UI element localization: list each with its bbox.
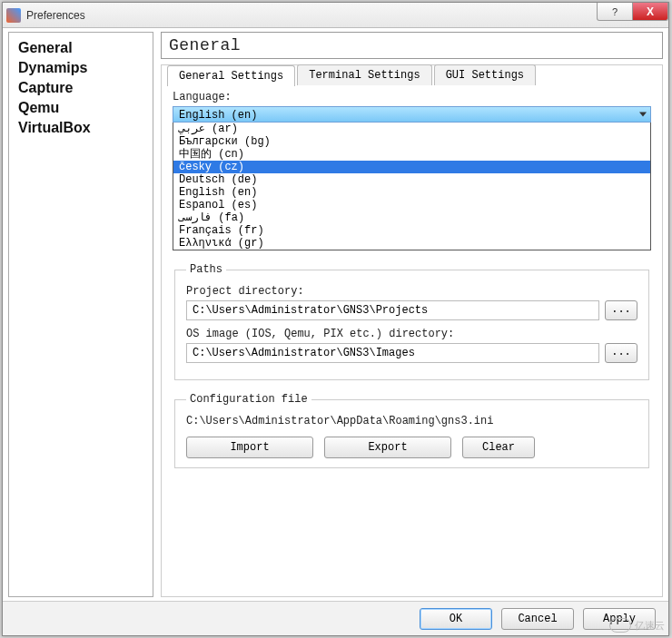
sidebar-item-dynamips[interactable]: Dynamips <box>18 58 143 78</box>
tab-gui-settings[interactable]: GUI Settings <box>434 64 536 85</box>
dialog-footer: OK Cancel Apply <box>3 601 668 635</box>
window-controls: ? X <box>598 3 668 21</box>
page-title: General <box>161 32 663 59</box>
language-option-fa[interactable]: فارسی (fa) <box>173 211 650 224</box>
chevron-down-icon <box>639 113 647 117</box>
tabs: General Settings Terminal Settings GUI S… <box>167 64 538 85</box>
paths-legend: Paths <box>186 263 226 276</box>
language-option-gr[interactable]: Ελληνικά (gr) <box>173 237 650 250</box>
sidebar-item-general[interactable]: General <box>18 38 143 58</box>
sidebar-item-qemu[interactable]: Qemu <box>18 98 143 118</box>
language-option-en[interactable]: English (en) <box>173 186 650 199</box>
language-option-es[interactable]: Espanol (es) <box>173 199 650 211</box>
clear-button[interactable]: Clear <box>462 437 535 458</box>
image-dir-label: OS image (IOS, Qemu, PIX etc.) directory… <box>186 328 637 340</box>
image-dir-browse-button[interactable]: ... <box>605 343 637 363</box>
language-selected-value[interactable]: English (en) <box>173 106 651 123</box>
sidebar-item-virtualbox[interactable]: VirtualBox <box>18 118 143 138</box>
project-dir-browse-button[interactable]: ... <box>605 300 637 320</box>
language-label: Language: <box>173 91 651 103</box>
language-option-bg[interactable]: Български (bg) <box>173 135 650 148</box>
sidebar: General Dynamips Capture Qemu VirtualBox <box>8 32 153 597</box>
close-button[interactable]: X <box>632 3 668 21</box>
tab-general-settings[interactable]: General Settings <box>167 65 295 86</box>
import-button[interactable]: Import <box>186 437 313 458</box>
export-button[interactable]: Export <box>324 437 451 458</box>
preferences-window: Preferences ? X General Dynamips Capture… <box>2 2 669 636</box>
main-pane: General General Settings Terminal Settin… <box>161 32 663 597</box>
app-icon <box>6 8 21 23</box>
language-option-cz[interactable]: česky (cz) <box>173 161 650 173</box>
language-select[interactable]: English (en) عربي (ar) Български (bg) 中国… <box>173 106 651 250</box>
cancel-button[interactable]: Cancel <box>501 608 574 630</box>
project-dir-label: Project directory: <box>186 285 637 298</box>
paths-group: Paths Project directory: ... OS image (I… <box>174 263 649 380</box>
language-option-cn[interactable]: 中国的 (cn) <box>173 148 650 161</box>
config-file-path: C:\Users\Administrator\AppData\Roaming\g… <box>186 415 637 427</box>
client-area: General Dynamips Capture Qemu VirtualBox… <box>8 32 663 597</box>
help-button[interactable]: ? <box>597 3 633 21</box>
window-title: Preferences <box>26 9 85 22</box>
titlebar: Preferences ? X <box>3 3 668 28</box>
language-dropdown[interactable]: عربي (ar) Български (bg) 中国的 (cn) česky … <box>173 123 651 250</box>
tab-terminal-settings[interactable]: Terminal Settings <box>297 64 431 85</box>
language-option-fr[interactable]: Français (fr) <box>173 224 650 237</box>
tab-container: General Settings Terminal Settings GUI S… <box>161 64 663 597</box>
config-file-group: Configuration file C:\Users\Administrato… <box>174 393 649 468</box>
config-file-legend: Configuration file <box>186 393 311 406</box>
apply-button[interactable]: Apply <box>583 608 656 630</box>
language-selected-text: English (en) <box>179 109 257 122</box>
project-dir-input[interactable] <box>186 300 599 320</box>
sidebar-item-capture[interactable]: Capture <box>18 78 143 98</box>
language-option-ar[interactable]: عربي (ar) <box>173 123 650 135</box>
image-dir-input[interactable] <box>186 343 599 363</box>
language-option-de[interactable]: Deutsch (de) <box>173 173 650 186</box>
ok-button[interactable]: OK <box>420 608 492 630</box>
